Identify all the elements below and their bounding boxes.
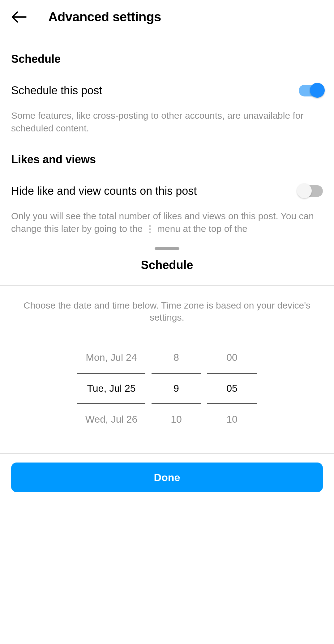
header: Advanced settings (0, 0, 334, 34)
toggle-knob (297, 183, 312, 198)
minute-next[interactable]: 10 (207, 404, 257, 435)
toggle-knob (310, 83, 325, 98)
date-prev[interactable]: Mon, Jul 24 (77, 342, 145, 373)
hide-counts-description: Only you will see the total number of li… (11, 210, 323, 235)
footer: Done (0, 454, 334, 503)
section-title-likes: Likes and views (11, 153, 323, 166)
hour-selected[interactable]: 9 (152, 373, 201, 404)
date-next[interactable]: Wed, Jul 26 (77, 404, 145, 435)
hide-counts-row: Hide like and view counts on this post (11, 185, 323, 198)
minute-column[interactable]: 00 05 10 (207, 342, 257, 435)
schedule-sheet: Schedule Choose the date and time below.… (0, 247, 334, 454)
date-column[interactable]: Mon, Jul 24 Tue, Jul 25 Wed, Jul 26 (77, 342, 145, 435)
hide-counts-label: Hide like and view counts on this post (11, 185, 197, 198)
date-selected[interactable]: Tue, Jul 25 (77, 373, 145, 404)
minute-selected[interactable]: 05 (207, 373, 257, 404)
sheet-description: Choose the date and time below. Time zon… (0, 286, 334, 342)
section-title-schedule: Schedule (11, 53, 323, 66)
hide-counts-toggle[interactable] (299, 185, 323, 197)
schedule-post-row: Schedule this post (11, 84, 323, 97)
schedule-post-label: Schedule this post (11, 84, 102, 97)
back-button[interactable] (11, 9, 27, 25)
minute-prev[interactable]: 00 (207, 342, 257, 373)
sheet-drag-handle[interactable] (155, 247, 179, 250)
schedule-post-description: Some features, like cross-posting to oth… (11, 109, 323, 134)
hour-prev[interactable]: 8 (152, 342, 201, 373)
page-title: Advanced settings (48, 10, 161, 24)
done-button[interactable]: Done (11, 463, 323, 492)
sheet-title: Schedule (0, 258, 334, 272)
schedule-post-toggle[interactable] (299, 85, 323, 96)
schedule-section: Schedule Schedule this post Some feature… (0, 53, 334, 134)
hour-column[interactable]: 8 9 10 (152, 342, 201, 435)
hour-next[interactable]: 10 (152, 404, 201, 435)
arrow-left-icon (11, 11, 27, 23)
likes-section: Likes and views Hide like and view count… (0, 153, 334, 235)
datetime-picker: Mon, Jul 24 Tue, Jul 25 Wed, Jul 26 8 9 … (0, 342, 334, 453)
